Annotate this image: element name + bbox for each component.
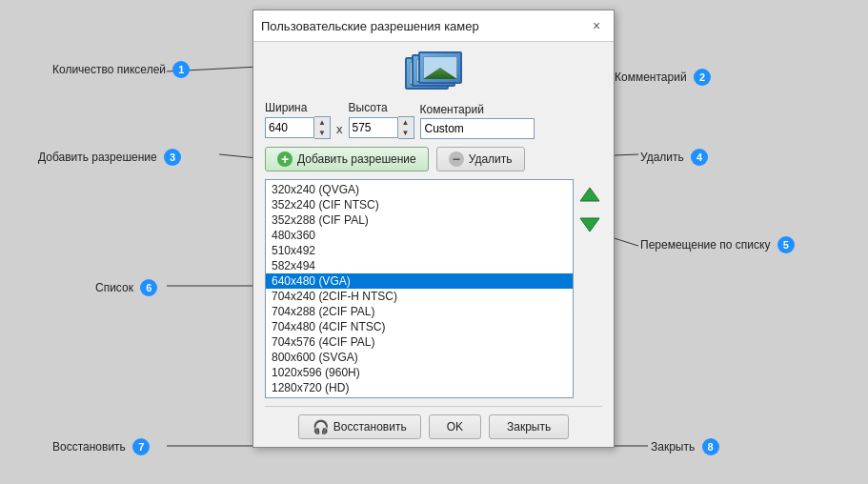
annotation-comment: Комментарий 2 <box>615 69 711 86</box>
list-item[interactable]: 1020x596 (960H) <box>266 365 573 380</box>
width-spinner: ▲ ▼ <box>314 116 331 139</box>
arrow-down-icon <box>578 212 601 235</box>
height-group: Высота ▲ ▼ <box>349 101 414 139</box>
list-item[interactable]: 352x240 (CIF NTSC) <box>266 197 573 212</box>
height-down-button[interactable]: ▼ <box>398 128 414 138</box>
list-item[interactable]: 1280x960 (1.22MP) <box>266 395 573 398</box>
height-up-button[interactable]: ▲ <box>398 117 414 128</box>
action-buttons-row: + Добавить разрешение − Удалить <box>265 147 602 171</box>
list-item[interactable]: 800x600 (SVGA) <box>266 350 573 365</box>
list-item[interactable]: 352x288 (CIF PAL) <box>266 212 573 228</box>
dialog-content: Ширина ▲ ▼ x Высота ▲ ▼ <box>253 42 614 447</box>
restore-label: Восстановить <box>333 420 407 434</box>
annotation-add: Добавить разрешение 3 <box>38 149 181 166</box>
height-label: Высота <box>349 101 414 114</box>
list-item[interactable]: 704x240 (2CIF-H NTSC) <box>266 289 573 304</box>
move-up-button[interactable] <box>577 183 602 208</box>
add-resolution-label: Добавить разрешение <box>297 152 416 166</box>
height-spinner: ▲ ▼ <box>398 116 414 139</box>
list-item[interactable]: 480x360 <box>266 228 573 243</box>
delete-button[interactable]: − Удалить <box>436 147 525 171</box>
camera-icon <box>405 51 462 93</box>
height-input[interactable] <box>349 117 398 138</box>
arrow-up-icon <box>578 184 601 207</box>
ok-label: OK <box>447 420 463 434</box>
width-input-wrap: ▲ ▼ <box>265 116 331 139</box>
list-item[interactable]: 704x576 (4CIF PAL) <box>266 334 573 350</box>
x-separator: x <box>336 122 343 139</box>
delete-label: Удалить <box>469 152 513 166</box>
comment-label: Коментарий <box>420 103 535 116</box>
add-resolution-button[interactable]: + Добавить разрешение <box>265 147 429 171</box>
plus-icon: + <box>277 151 293 167</box>
dialog: Пользовательские разрешения камер × <box>252 10 615 448</box>
annotation-pixel-count: Количество пикселей 1 <box>52 61 190 78</box>
width-down-button[interactable]: ▼ <box>314 128 330 138</box>
comment-input[interactable] <box>420 118 535 139</box>
camera-icon-area <box>265 51 602 93</box>
list-item[interactable]: 640x480 (VGA) <box>266 273 573 289</box>
list-area: 320x240 (QVGA)352x240 (CIF NTSC)352x288 … <box>265 179 602 398</box>
dialog-title: Пользовательские разрешения камер <box>261 19 479 33</box>
close-button[interactable]: × <box>587 16 606 35</box>
headphone-icon: 🎧 <box>313 419 329 434</box>
width-input[interactable] <box>265 117 314 138</box>
resolution-list[interactable]: 320x240 (QVGA)352x240 (CIF NTSC)352x288 … <box>265 179 574 398</box>
width-group: Ширина ▲ ▼ <box>265 101 331 139</box>
list-item[interactable]: 510x492 <box>266 243 573 258</box>
annotation-close: Закрыть 8 <box>651 438 719 455</box>
close-dialog-label: Закрыть <box>507 420 551 434</box>
bottom-buttons: 🎧 Восстановить OK Закрыть <box>265 406 602 439</box>
annotation-restore: Восстановить 7 <box>52 438 150 455</box>
ok-button[interactable]: OK <box>429 414 481 439</box>
list-item[interactable]: 320x240 (QVGA) <box>266 182 573 197</box>
comment-group: Коментарий <box>420 103 535 139</box>
list-item[interactable]: 704x288 (2CIF PAL) <box>266 304 573 319</box>
svg-marker-8 <box>580 188 599 201</box>
restore-button[interactable]: 🎧 Восстановить <box>298 414 421 439</box>
minus-icon: − <box>449 151 464 167</box>
close-dialog-button[interactable]: Закрыть <box>489 414 569 439</box>
width-up-button[interactable]: ▲ <box>314 117 330 128</box>
list-item[interactable]: 1280x720 (HD) <box>266 380 573 395</box>
fields-row: Ширина ▲ ▼ x Высота ▲ ▼ <box>265 101 602 139</box>
annotation-move: Перемещение по списку 5 <box>640 236 795 253</box>
svg-marker-9 <box>580 218 599 232</box>
annotation-delete: Удалить 4 <box>640 149 708 166</box>
dialog-titlebar: Пользовательские разрешения камер × <box>253 10 614 42</box>
list-controls <box>577 179 602 398</box>
height-input-wrap: ▲ ▼ <box>349 116 414 139</box>
list-item[interactable]: 582x494 <box>266 258 573 273</box>
width-label: Ширина <box>265 101 331 114</box>
annotation-list: Список 6 <box>95 279 157 296</box>
move-down-button[interactable] <box>577 212 602 236</box>
list-item[interactable]: 704x480 (4CIF NTSC) <box>266 319 573 334</box>
